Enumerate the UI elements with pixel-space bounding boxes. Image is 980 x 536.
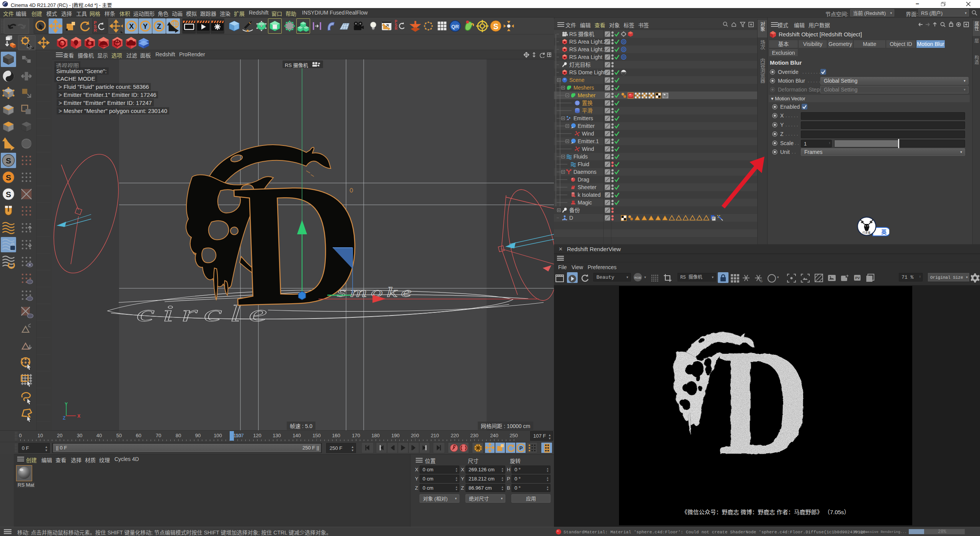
svg-text:灯光目标: 灯光目标 bbox=[569, 62, 591, 68]
svg-text:160: 160 bbox=[332, 433, 340, 438]
svg-text:RGB: RGB bbox=[634, 276, 641, 279]
svg-text:140: 140 bbox=[292, 433, 301, 438]
svg-text:40: 40 bbox=[96, 433, 102, 438]
svg-text:100: 100 bbox=[214, 433, 222, 438]
svg-text:行走者: 行走者 bbox=[862, 231, 871, 234]
svg-text:RS Area Light.2: RS Area Light.2 bbox=[569, 39, 607, 45]
svg-text:Mesher: Mesher bbox=[578, 92, 596, 98]
svg-text:RS Area Light.1: RS Area Light.1 bbox=[569, 46, 607, 52]
svg-text:D: D bbox=[718, 317, 810, 487]
svg-text:Wind: Wind bbox=[582, 146, 594, 152]
svg-text:Drag: Drag bbox=[578, 176, 589, 183]
svg-text:Scene: Scene bbox=[569, 77, 585, 83]
svg-text:Z: Z bbox=[63, 415, 65, 420]
svg-text:RS Area Light: RS Area Light bbox=[569, 54, 602, 60]
svg-text:Fluids: Fluids bbox=[573, 154, 588, 160]
svg-text:240: 240 bbox=[490, 433, 498, 438]
svg-text:Emitter: Emitter bbox=[578, 123, 595, 129]
svg-text:R: R bbox=[94, 28, 97, 33]
svg-text:180: 180 bbox=[371, 433, 380, 438]
svg-text:G: G bbox=[760, 279, 763, 283]
svg-text:20: 20 bbox=[57, 433, 62, 438]
svg-text:S: S bbox=[6, 190, 11, 199]
svg-text:Daemons: Daemons bbox=[573, 169, 596, 175]
svg-text:S: S bbox=[6, 173, 11, 182]
svg-text:Fluid: Fluid bbox=[578, 161, 589, 167]
svg-text:RS Dome Light: RS Dome Light bbox=[569, 69, 606, 75]
svg-text:D: D bbox=[569, 215, 573, 221]
svg-text:190: 190 bbox=[391, 433, 400, 438]
svg-text:Meshers: Meshers bbox=[573, 85, 594, 91]
svg-text:130: 130 bbox=[273, 433, 281, 438]
svg-text:X: X bbox=[129, 22, 134, 30]
svg-text:S: S bbox=[493, 22, 498, 31]
svg-text:120: 120 bbox=[253, 433, 261, 438]
svg-text:Y: Y bbox=[143, 22, 148, 30]
svg-text:200: 200 bbox=[411, 433, 419, 438]
svg-text:备份: 备份 bbox=[569, 207, 580, 213]
svg-text:P: P bbox=[519, 445, 523, 451]
svg-text:0: 0 bbox=[19, 433, 21, 438]
svg-text:Sheeter: Sheeter bbox=[578, 184, 596, 190]
svg-text:置换: 置换 bbox=[582, 100, 593, 106]
svg-text:70: 70 bbox=[156, 433, 161, 438]
svg-text:10: 10 bbox=[38, 433, 43, 438]
svg-text:平滑: 平滑 bbox=[582, 108, 593, 114]
svg-text:R: R bbox=[395, 26, 398, 31]
svg-text:Emitter.1: Emitter.1 bbox=[578, 138, 599, 144]
svg-text:90: 90 bbox=[195, 433, 201, 438]
svg-text:D: D bbox=[229, 144, 367, 344]
svg-text:80: 80 bbox=[176, 433, 181, 438]
svg-text:英: 英 bbox=[881, 229, 887, 235]
svg-text:220: 220 bbox=[451, 433, 459, 438]
svg-text:210: 210 bbox=[431, 433, 439, 438]
svg-text:30: 30 bbox=[77, 433, 82, 438]
svg-text:170: 170 bbox=[352, 433, 360, 438]
svg-text:250: 250 bbox=[510, 433, 518, 438]
svg-text:230: 230 bbox=[470, 433, 479, 438]
svg-text:Wind: Wind bbox=[582, 131, 594, 137]
svg-text:k Isolated: k Isolated bbox=[578, 192, 601, 198]
svg-text:X: X bbox=[77, 413, 80, 419]
svg-text:S: S bbox=[6, 156, 11, 165]
svg-text:Emitters: Emitters bbox=[573, 115, 593, 121]
svg-text:RS 摄像机: RS 摄像机 bbox=[569, 31, 594, 37]
svg-text:107: 107 bbox=[235, 433, 244, 438]
svg-text:《微信公众号：野鹿志 微博：野鹿志 作者：马鹿野郎》 （: 《微信公众号：野鹿志 微博：野鹿志 作者：马鹿野郎》 （7.05s） bbox=[681, 509, 849, 515]
svg-text:Magic: Magic bbox=[578, 199, 592, 206]
svg-text:Y: Y bbox=[65, 402, 68, 407]
svg-text:QR: QR bbox=[451, 24, 459, 29]
svg-text:60: 60 bbox=[136, 433, 141, 438]
svg-text:Z: Z bbox=[157, 22, 161, 30]
svg-text:PV: PV bbox=[855, 276, 860, 280]
